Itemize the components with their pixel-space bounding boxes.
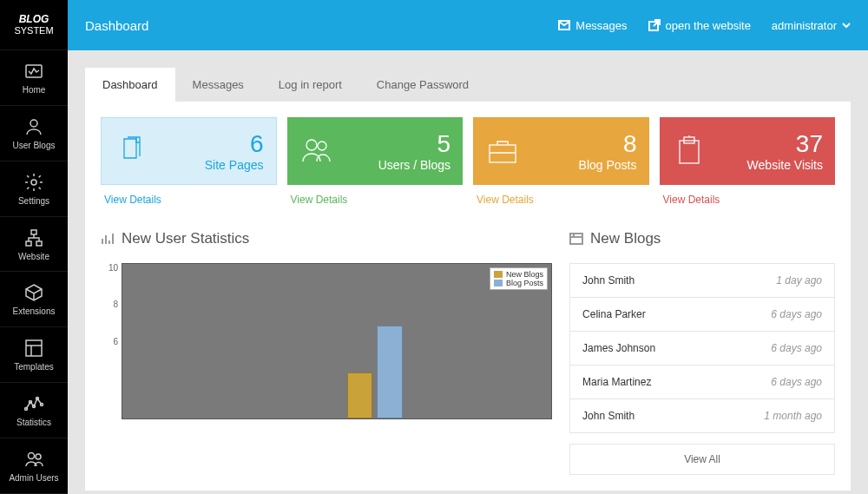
- pages-icon: [114, 134, 148, 168]
- sidebar-item-admin-users[interactable]: Admin Users: [0, 438, 68, 494]
- bar: [347, 372, 373, 418]
- new-blogs-section: New Blogs John Smith1 day ago Celina Par…: [569, 230, 835, 475]
- list-item[interactable]: Celina Parker6 days ago: [570, 298, 834, 332]
- users-icon: [23, 116, 44, 137]
- bar: [377, 326, 403, 418]
- tab-messages[interactable]: Messages: [175, 68, 261, 102]
- view-details-users[interactable]: View Details: [287, 185, 464, 206]
- external-link-icon: [648, 19, 661, 31]
- svg-rect-18: [490, 145, 516, 162]
- new-blogs-heading: New Blogs: [569, 230, 835, 247]
- bar-chart-icon: [101, 232, 115, 246]
- blog-list: John Smith1 day ago Celina Parker6 days …: [569, 263, 835, 433]
- svg-rect-3: [31, 230, 36, 234]
- sidebar-item-templates[interactable]: Templates: [0, 327, 68, 383]
- message-icon: [558, 19, 570, 31]
- topbar: Dashboard Messages open the website admi…: [68, 0, 868, 50]
- sidebar-item-user-blogs[interactable]: User Blogs: [0, 106, 68, 161]
- svg-point-1: [30, 120, 37, 127]
- stats-icon: [23, 393, 44, 414]
- layout-icon: [23, 338, 44, 359]
- topbar-open-website[interactable]: open the website: [648, 19, 751, 32]
- card-blog-posts[interactable]: 8Blog Posts: [473, 117, 649, 185]
- svg-point-17: [318, 142, 326, 150]
- list-item[interactable]: John Smith1 month ago: [570, 399, 834, 432]
- sidebar-item-home[interactable]: Home: [0, 50, 68, 106]
- card-users-blogs[interactable]: 5Users / Blogs: [287, 117, 464, 185]
- chevron-down-icon: [842, 21, 851, 30]
- svg-point-16: [306, 140, 317, 150]
- topbar-messages[interactable]: Messages: [558, 19, 627, 32]
- view-details-pages[interactable]: View Details: [101, 185, 277, 206]
- stats-section: New User Statistics 10 8 6 New Blogs Blo…: [101, 230, 552, 475]
- svg-rect-21: [570, 234, 582, 244]
- stats-chart: 10 8 6 New Blogs Blog Posts: [101, 263, 552, 437]
- list-item[interactable]: Maria Martinez6 days ago: [570, 366, 834, 399]
- stats-heading: New User Statistics: [101, 230, 552, 247]
- sidebar-item-statistics[interactable]: Statistics: [0, 383, 68, 438]
- blog-icon: [569, 232, 583, 246]
- topbar-user-menu[interactable]: administrator: [772, 19, 851, 32]
- list-item[interactable]: John Smith1 day ago: [570, 264, 834, 298]
- list-item[interactable]: James Johnson6 days ago: [570, 332, 834, 366]
- svg-rect-6: [26, 340, 42, 356]
- view-details-posts[interactable]: View Details: [473, 185, 649, 206]
- users-blogs-icon: [299, 134, 334, 168]
- svg-point-13: [36, 454, 41, 459]
- box-icon: [23, 282, 44, 303]
- card-website-visits[interactable]: 37Website Visits: [660, 117, 836, 185]
- page-title: Dashboard: [85, 18, 558, 33]
- svg-point-12: [29, 453, 35, 459]
- view-details-visits[interactable]: View Details: [660, 185, 836, 206]
- sidebar-item-settings[interactable]: Settings: [0, 161, 68, 217]
- view-all-button[interactable]: View All: [569, 444, 835, 475]
- tab-dashboard[interactable]: Dashboard: [85, 68, 175, 102]
- svg-rect-5: [36, 241, 42, 246]
- svg-point-2: [31, 180, 36, 185]
- app-logo: BLOG SYSTEM: [0, 0, 68, 50]
- sitemap-icon: [23, 227, 44, 248]
- sidebar-item-website[interactable]: Website: [0, 217, 68, 273]
- tab-change-password[interactable]: Change Password: [359, 68, 486, 102]
- svg-rect-4: [26, 241, 31, 246]
- tabs: Dashboard Messages Log in report Change …: [85, 68, 851, 102]
- card-site-pages[interactable]: 6Site Pages: [101, 117, 277, 185]
- sidebar-item-extensions[interactable]: Extensions: [0, 272, 68, 327]
- y-axis: 10 8 6: [101, 263, 118, 419]
- tab-login-report[interactable]: Log in report: [261, 68, 359, 102]
- stat-cards: 6Site Pages View Details 5Users / Blogs …: [101, 117, 835, 206]
- main: Dashboard Messages Log in report Change …: [68, 50, 868, 494]
- gear-icon: [23, 172, 44, 193]
- svg-rect-19: [680, 141, 699, 163]
- sidebar: BLOG SYSTEM Home User Blogs Settings Web…: [0, 0, 68, 494]
- admin-users-icon: [23, 449, 44, 470]
- clipboard-icon: [672, 134, 707, 168]
- briefcase-icon: [485, 134, 520, 168]
- home-icon: [23, 61, 44, 82]
- svg-rect-0: [26, 65, 42, 77]
